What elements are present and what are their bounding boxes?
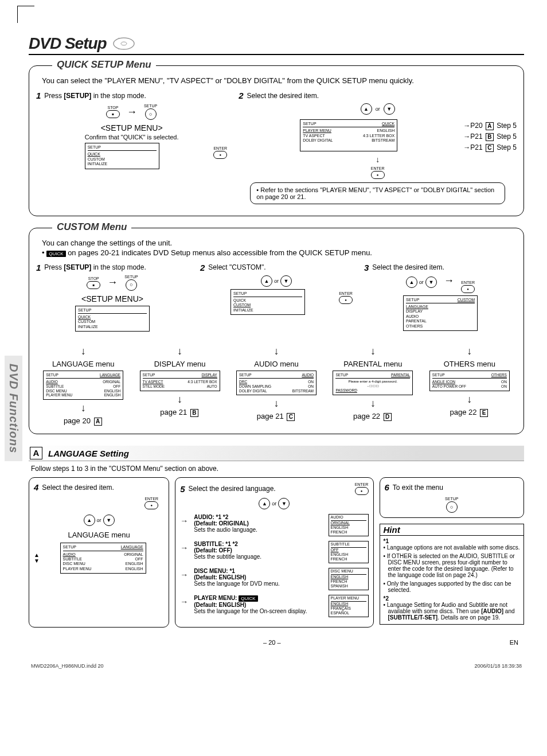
enter-button-icon: ENTER● [339, 291, 353, 304]
p: P21 [470, 133, 482, 141]
lang-step5: 5Select the desired language. ENTER● [180, 482, 368, 495]
h: SETUP [233, 291, 247, 296]
tiny-osd: AUDIO ORIGINALENGLISHFRENCH [329, 514, 369, 536]
arrow-down-icon: ↓ [239, 155, 517, 164]
l: DOLBY DIGITAL [303, 138, 333, 143]
hint3: Only the languages supported by the disc… [384, 580, 521, 593]
page-title: DVD Setup [29, 34, 107, 53]
h: LANGUAGE [121, 545, 143, 550]
tiny-osd: DISC MENU ENGLISHFRENCHSPANISH [329, 568, 369, 590]
l: AUDIO [63, 552, 76, 557]
page-title-row: DVD Setup [29, 34, 524, 55]
dvd-disc-icon [111, 37, 136, 50]
down-button-icon: ▼ [425, 276, 437, 288]
page-ref: page 22 E [423, 408, 517, 417]
i: AUDIO [406, 314, 475, 319]
arrow-down-icon: ↓ [132, 345, 226, 357]
language-heading: A LANGUAGE Setting [29, 446, 524, 461]
t: Select the desired item. [372, 263, 444, 271]
r: ENGLISH [377, 128, 395, 133]
submenu-d: ↓ PARENTAL menu SETUPPARENTAL Please ent… [326, 345, 420, 426]
t: . Details are on page 19. [437, 614, 500, 621]
arrow-right-icon: → [180, 597, 188, 606]
l: SETUP [124, 275, 138, 279]
submenu-title: LANGUAGE menu [36, 360, 130, 368]
osd-lang: SETUPLANGUAGE AUDIOORIGINAL SUBTITLEOFF … [60, 543, 146, 574]
custom-section: CUSTOM Menu You can change the settings … [29, 228, 524, 435]
or: or [376, 106, 380, 112]
t: Refer to the sections "PLAYER MENU", "TV… [256, 186, 494, 200]
arrow-down-icon: ↓ [423, 393, 517, 406]
t: on pages 20-21 indicates DVD Setup menus… [66, 248, 372, 257]
n: 1 [36, 263, 41, 272]
star1: *1 [384, 538, 521, 544]
arrow-down-icon: ↓ [423, 345, 517, 357]
lang-item: → AUDIO: *1 *2 (Default: ORIGINAL)Sets t… [180, 514, 368, 537]
lang-step6: 6To exit the menu [385, 482, 519, 492]
osd: SETUP QUICK CUSTOM INITIALIZE [75, 306, 150, 332]
i: DISPLAY [406, 309, 475, 314]
l: TV ASPECT [303, 134, 325, 138]
b: B [486, 133, 494, 141]
osd: SETUPPARENTAL Please enter a 4-digit pas… [333, 371, 413, 395]
r: 4:3 LETTER BOX [363, 134, 394, 138]
osd: SETUP QUICK CUSTOM INITIALIZE [230, 289, 305, 315]
page-ref: page 20 A [36, 416, 130, 426]
svg-point-1 [121, 42, 127, 45]
stop-button-icon: STOP■ [106, 106, 120, 118]
lang-item: → SUBTITLE: *1 *2 (Default: OFF)Sets the… [180, 541, 368, 564]
custom-intro2: • QUICK on pages 20-21 indicates DVD Set… [42, 248, 517, 257]
page-footer: – 20 – EN [29, 639, 524, 646]
submenu-e: ↓ OTHERS menu SETUPOTHERS ANGLE ICONONAU… [423, 345, 517, 426]
setup-button-icon: SETUP○ [144, 104, 157, 120]
up-button-icon: ▲ [361, 103, 372, 115]
stop-button-icon: STOP■ [87, 276, 100, 289]
h: SETUP [303, 122, 316, 126]
enter-button-icon: ENTER● [371, 166, 385, 179]
i: QUICK [78, 315, 147, 319]
down-button-icon: ▼ [280, 275, 292, 287]
setup-menu-title: <SETUP MENU> [36, 123, 227, 133]
desc: DISC MENU: *1 (Default: ENGLISH)Sets the… [194, 568, 322, 587]
h: SETUP [88, 145, 101, 150]
page-ref: page 22 D [326, 412, 420, 421]
arrow-right-icon: → [444, 275, 454, 286]
osd-setup-quick: SETUP QUICK CUSTOM INITIALIZE [85, 143, 159, 169]
l: ENTER [144, 497, 158, 501]
t: To exit the menu [393, 484, 443, 492]
star2: *2 [384, 595, 521, 602]
lang-step4: 4Select the desired item. [34, 482, 164, 492]
i: INITIALIZE [233, 308, 302, 313]
h: SETUP [78, 308, 91, 313]
n: 6 [385, 482, 389, 492]
quick-ref-box: • Refer to the sections "PLAYER MENU", "… [250, 182, 505, 204]
arrow-right-icon: → [107, 276, 118, 289]
r: OFF [135, 557, 143, 562]
submenu-title: PARENTAL menu [326, 360, 420, 368]
i: PARENTAL [406, 319, 475, 324]
or: or [274, 278, 279, 284]
follow-text: Follow steps 1 to 3 in the "CUSTOM Menu"… [31, 465, 524, 473]
custom-step1: 1Press [SETUP] in the stop mode. [36, 263, 189, 272]
desc: SUBTITLE: *1 *2 (Default: OFF)Sets the s… [194, 541, 322, 560]
desc: PLAYER MENU: QUICK (Default: ENGLISH)Set… [194, 595, 322, 614]
l: SETUP [445, 497, 458, 501]
setup-bold: [SETUP] [64, 92, 91, 100]
step-num-1: 1 [36, 91, 41, 100]
arrow-down-icon: ↓ [36, 345, 130, 357]
arrow-down-icon: ↓ [326, 345, 420, 357]
submenu-b: ↓ DISPLAY menu SETUPDISPLAY TV ASPECT4:3… [132, 345, 226, 426]
lbl: ENTER [371, 166, 385, 170]
i: CUSTOM [233, 303, 302, 307]
crop-mark [17, 6, 34, 23]
osd: SETUPLANGUAGE AUDIOORIGINALSUBTITLEOFFDI… [43, 371, 123, 400]
osd: SETUPCUSTOM LANGUAGE DISPLAY AUDIO PAREN… [403, 295, 478, 331]
h: SETUP [406, 298, 419, 302]
s: Step 5 [497, 143, 517, 151]
setup-button-icon: SETUP○ [124, 275, 138, 291]
s: Step 5 [497, 133, 517, 141]
t: Select "CUSTOM". [208, 263, 265, 271]
arrow-down-icon: ↓ [36, 402, 130, 414]
desc: AUDIO: *1 *2 (Default: ORIGINAL)Sets the… [194, 514, 322, 533]
sidebar-tab: DVD Functions [5, 356, 22, 461]
